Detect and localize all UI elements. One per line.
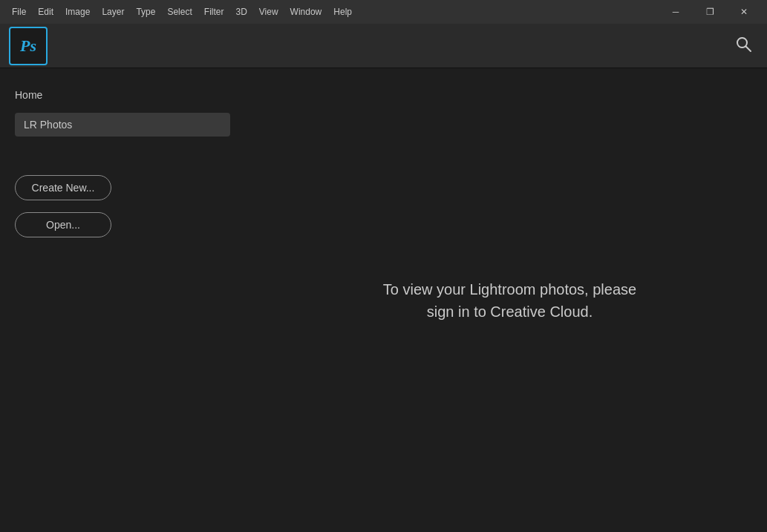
close-icon: ✕ xyxy=(740,7,748,17)
lightroom-message-line1: To view your Lightroom photos, please xyxy=(383,281,636,298)
lightroom-message-line2: sign in to Creative Cloud. xyxy=(427,303,593,320)
minimize-button[interactable]: ─ xyxy=(659,0,693,24)
menu-select[interactable]: Select xyxy=(161,2,198,22)
menu-view[interactable]: View xyxy=(253,2,284,22)
lightroom-message: To view your Lightroom photos, please si… xyxy=(383,278,636,323)
minimize-icon: ─ xyxy=(673,7,679,17)
menu-3d[interactable]: 3D xyxy=(229,2,252,22)
maximize-button[interactable]: ❐ xyxy=(693,0,727,24)
main-content: Home LR Photos Create New... Open... To … xyxy=(0,68,767,532)
sidebar: Home LR Photos Create New... Open... xyxy=(0,68,252,532)
menu-file[interactable]: File xyxy=(6,2,32,22)
search-button[interactable] xyxy=(728,29,758,63)
sidebar-buttons: Create New... Open... xyxy=(15,175,238,237)
menu-bar: File Edit Image Layer Type Select Filter… xyxy=(6,2,358,22)
menu-layer[interactable]: Layer xyxy=(96,2,130,22)
menu-type[interactable]: Type xyxy=(130,2,161,22)
menu-help[interactable]: Help xyxy=(327,2,358,22)
maximize-icon: ❐ xyxy=(706,7,714,17)
menu-filter[interactable]: Filter xyxy=(198,2,230,22)
menu-image[interactable]: Image xyxy=(59,2,96,22)
window-controls: ─ ❐ ✕ xyxy=(659,0,761,24)
title-bar: File Edit Image Layer Type Select Filter… xyxy=(0,0,767,24)
close-button[interactable]: ✕ xyxy=(727,0,761,24)
menu-edit[interactable]: Edit xyxy=(32,2,59,22)
ps-logo-text: Ps xyxy=(20,36,36,56)
sidebar-item-home[interactable]: Home xyxy=(15,86,238,104)
svg-line-1 xyxy=(746,46,751,51)
sidebar-item-lr-photos[interactable]: LR Photos xyxy=(15,113,230,137)
ps-bar: Ps xyxy=(0,24,767,68)
right-content: To view your Lightroom photos, please si… xyxy=(252,68,767,532)
create-new-button[interactable]: Create New... xyxy=(15,175,111,200)
ps-logo: Ps xyxy=(9,27,48,65)
open-button[interactable]: Open... xyxy=(15,212,111,237)
menu-window[interactable]: Window xyxy=(284,2,328,22)
